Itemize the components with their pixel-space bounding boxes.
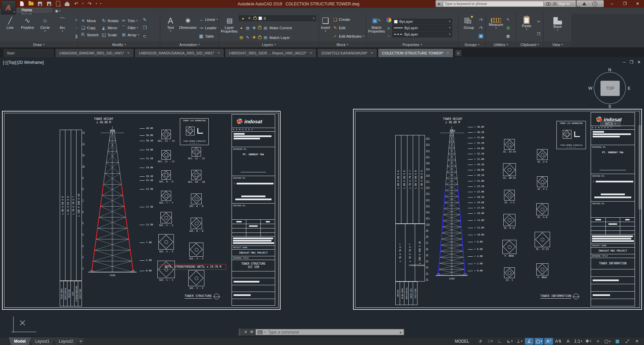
view-panel-label[interactable]: View▾ [544,42,572,47]
clipboard-panel-label[interactable]: Clipboard▾ [516,42,543,47]
color-select[interactable]: ByLayer▾ [392,19,452,25]
file-tab-close-icon[interactable]: ✕ [446,51,449,55]
group-button[interactable]: ✦ Group [460,15,478,41]
sign-in-button[interactable]: Sign In [558,2,570,6]
lineweight-select[interactable]: ByLayer▾ [392,25,452,31]
ellipse-tool[interactable]: ○▾ [74,25,78,31]
layer-properties-button[interactable]: ▤▪ Layer Properties [220,15,238,41]
application-menu-button[interactable]: A▾ [1,0,16,14]
command-input-area[interactable]: >_ ▾ ▲ [256,329,404,335]
base-button[interactable]: Base ▾ [549,15,566,41]
drawing-close-icon[interactable]: ✕ [637,60,641,64]
annotation-panel-label[interactable]: Annotation▾ [160,42,218,47]
viewcube-south[interactable]: S [608,104,611,109]
edit-block-tool[interactable]: ✎Edit [332,25,365,31]
file-tab[interactable]: COLECTION STRUCTURE TOWER* ✕ [378,48,453,57]
viewport-visual-style-control[interactable]: [2D Wireframe] [17,60,44,65]
edit-attributes-tool[interactable]: ✓Edit Attributes▾ [332,33,365,40]
app-store-cart-icon[interactable] [576,1,580,7]
annotation-autoscale[interactable]: A↯ [554,338,563,345]
layout-tab[interactable]: Layout2 [53,337,79,345]
model-space-label[interactable]: MODEL [452,339,472,344]
polyline-tool[interactable]: ∿ Polyline [19,15,36,41]
layer-freeze-icon[interactable]: ❆ [252,26,256,30]
file-tab-close-icon[interactable]: ✕ [127,51,130,55]
dimension-tool[interactable]: ✷ Dimension [179,15,197,41]
new-file-icon[interactable] [19,1,25,7]
snap-mode[interactable]: ∷▾ [486,338,495,345]
crosshair-customization[interactable]: + [594,338,602,345]
properties-panel-label[interactable]: Properties▾ [366,42,458,47]
file-tab-close-icon[interactable]: ✕ [217,51,220,55]
ribbon-tab[interactable]: Home [17,8,52,12]
isolate-objects[interactable]: ▢∘ [603,338,612,345]
fillet-tool[interactable]: ⌒Fillet▾ [120,25,140,31]
quick-calculator-icon[interactable]: ▦ [506,34,510,38]
match-layer-button[interactable]: Match Layer [269,36,290,40]
arc-tool[interactable]: ⌒ Arc ▾ [54,15,71,41]
rotate-tool[interactable]: ↻Rotate [100,17,119,24]
layer-thaw-icon[interactable]: ❆ [252,35,256,40]
block-panel-label[interactable]: Block▾ [319,42,366,47]
linetype-icon[interactable]: ┄ [386,34,391,38]
ribbon-display-toggle[interactable]: ▣▾ [52,8,64,14]
command-line-close-icon[interactable]: ✕ [243,330,249,334]
circle-tool[interactable]: ○ Circle ▾ [36,15,54,41]
linear-dimension-tool[interactable]: ↔Linear▾ [198,16,218,23]
search-input[interactable] [443,1,544,7]
viewport-menu-control[interactable]: [-] [3,60,7,65]
text-tool[interactable]: A Text ▾ [162,15,179,41]
layout-tab[interactable]: Model [9,337,31,345]
infocenter-expand-icon[interactable]: ▶ [438,2,441,5]
select-window-icon[interactable]: ▩ [506,26,510,30]
erase-tool[interactable]: ✎ [141,16,148,23]
drawing-restore-icon[interactable]: ❐ [630,60,633,64]
object-snap[interactable]: ▢▾ [535,338,543,345]
save-as-icon[interactable]: ✎ [46,1,52,7]
restore-button[interactable]: ❐ [618,0,631,7]
leader-tool[interactable]: ↝Leader▾ [198,25,218,31]
stretch-tool[interactable]: ⇱Stretch [80,32,100,38]
draw-panel-label[interactable]: Draw▾ [0,42,78,47]
scale-tool[interactable]: ◱Scale [100,32,119,38]
undo-dropdown-icon[interactable]: ▾ [82,2,84,5]
insert-block-button[interactable]: ❏ Insert ▾ [320,15,331,41]
drawing-canvas[interactable]: [-] [Top] [2D Wireframe] ─ ❐ ✕ N S W E T… [0,57,644,337]
move-tool[interactable]: ✛Move [80,17,100,24]
viewcube[interactable]: N S W E TOP [590,69,629,107]
file-tab[interactable]: Start [3,48,54,57]
trim-tool[interactable]: ✂Trim▾ [120,17,140,24]
file-tab-close-icon[interactable]: ✕ [309,51,312,55]
file-tab[interactable]: 15SWT013 KARANGWUNI* ✕ [317,48,378,57]
autodesk-app-dropdown-icon[interactable]: ▾ [589,2,590,5]
layout-tab[interactable]: Layout1 [30,337,55,345]
command-line-drag-handle[interactable] [239,329,242,336]
viewcube-west[interactable]: W [588,86,592,91]
annotation-visibility[interactable]: A° [544,338,553,345]
command-input[interactable] [267,330,398,335]
ortho-mode[interactable]: ∟ [496,338,504,345]
layer-match-icon[interactable]: ▤ [263,35,268,40]
create-block-tool[interactable]: ❑Create [332,16,365,23]
open-file-icon[interactable] [28,1,34,7]
offset-tool[interactable]: ⊂ [141,33,148,40]
line-tool[interactable]: ╱ Line [1,15,19,41]
help-dropdown-icon[interactable]: ▾ [600,2,601,5]
close-button[interactable]: ✕ [631,0,644,7]
cut-icon[interactable]: ✂ [536,19,541,24]
file-tab[interactable]: 14BAG006_BANDAR_RBS_SID_HW1* ✕ [55,48,134,57]
groups-panel-label[interactable]: Groups▾ [459,42,485,47]
viewcube-north[interactable]: N [608,67,611,72]
undo-icon[interactable]: ↶ [73,1,79,7]
drawing-minimize-icon[interactable]: ─ [623,60,626,64]
layer-lock-toggle-icon[interactable] [258,27,261,29]
annotation-scale-value[interactable]: 1:1▾ [574,338,583,345]
explode-tool[interactable]: ❒ [141,25,148,31]
copy-tool[interactable]: ❏Copy [80,25,100,31]
group-edit-icon[interactable]: ▫✎ [479,26,483,30]
workspace-switching[interactable]: ❋▾ [584,338,593,345]
layer-edit-icon[interactable]: ✎ [245,35,250,40]
search-icon[interactable] [546,2,551,5]
new-drawing-tab-button[interactable]: ＋ [455,50,461,56]
grid-display[interactable]: # [476,338,485,345]
